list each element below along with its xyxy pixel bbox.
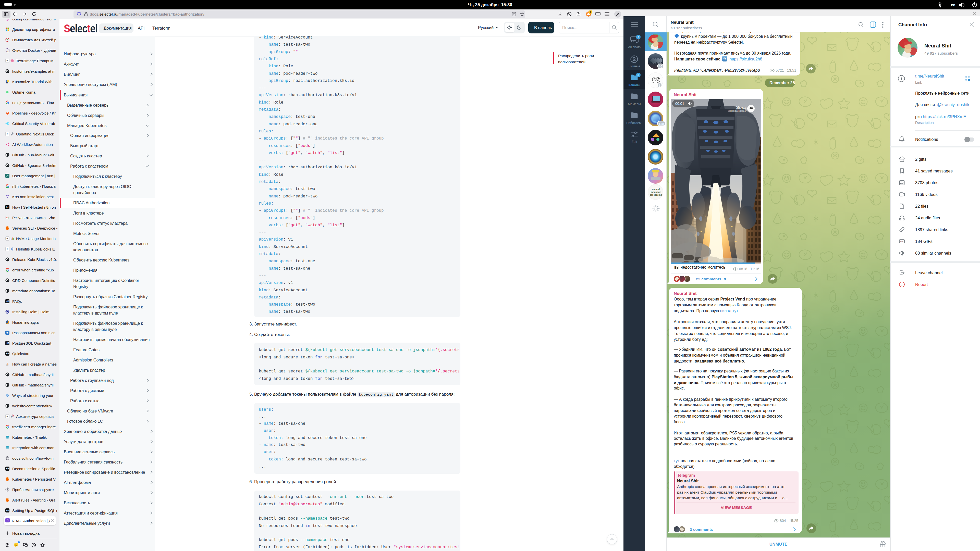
svg-text:GIF: GIF xyxy=(900,241,904,243)
